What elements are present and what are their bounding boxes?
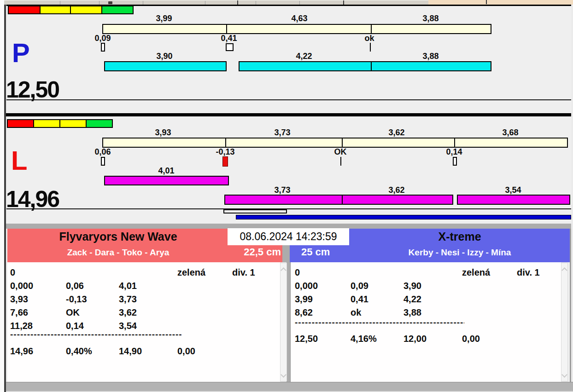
light-yellow: [59, 120, 86, 127]
scroll-up-icon[interactable]: [281, 267, 286, 273]
toolbar-separator: [99, 1, 99, 5]
split-time-label: 3,73: [274, 128, 290, 137]
split-divider: [226, 24, 227, 34]
faults-value: 0: [10, 268, 15, 277]
dog-bar-l: [104, 176, 229, 185]
split-time-label: 3,93: [155, 128, 171, 137]
time-cell: 4,22: [403, 294, 421, 304]
team-left-name: Flyvaryors New Wave: [7, 230, 229, 243]
split-bar-p: [102, 24, 491, 34]
split-divider: [225, 138, 226, 148]
progress-outline-box: [223, 209, 287, 213]
dropdown-arrow-icon[interactable]: [108, 1, 112, 4]
split-divider: [342, 195, 343, 205]
dog-time-label: 3,54: [505, 186, 521, 194]
division-value: div. 1: [232, 268, 255, 277]
light-yellow: [33, 120, 59, 127]
offset-cell: 0,09: [351, 281, 368, 290]
cross-offset-label: ok: [364, 34, 374, 42]
split-bar-l: [102, 138, 568, 148]
scroll-down-icon[interactable]: [561, 372, 567, 378]
split-divider: [342, 138, 343, 148]
offset-cell: -0,13: [66, 294, 87, 304]
start-lights-p: [8, 6, 134, 14]
dog-time-label: 4,22: [296, 52, 312, 60]
total-net-cell: 12,00: [403, 334, 427, 343]
dog-bar-p: [239, 61, 491, 71]
card-value: zelená: [177, 268, 205, 277]
cross-offset-label: -0,13: [216, 148, 234, 156]
background-window-area: [428, 0, 573, 5]
cross-marker: [226, 43, 234, 51]
light-yellow: [70, 6, 101, 13]
start-lights-l: [7, 119, 113, 128]
team-right-dogs: Kerby - Nesi - Izzy - Mína: [349, 248, 570, 258]
toolbar-separator: [256, 1, 256, 5]
time-cell: 4,01: [119, 281, 137, 290]
split-cell: 11,28: [10, 321, 33, 330]
lane-p-letter: P: [12, 40, 30, 66]
toolbar-tick: [237, 0, 238, 5]
split-divider: [371, 61, 372, 71]
team-right-jump-height: 25 cm: [301, 246, 330, 258]
toolbar-separator: [60, 1, 60, 5]
dog-time-label: 4,01: [158, 167, 174, 175]
split-time-label: 3,88: [422, 14, 439, 23]
lane-l-letter: L: [11, 147, 27, 174]
split-cell: 3,93: [10, 294, 28, 304]
total-pct-cell: 0,40%: [66, 346, 92, 356]
offset-cell: ok: [351, 308, 361, 317]
scroll-up-icon[interactable]: [561, 267, 567, 273]
faults-value: 0: [295, 268, 300, 277]
toolbar-separator: [299, 1, 300, 5]
left-panel-scrollbar[interactable]: [280, 263, 287, 381]
cross-offset-label: 0,09: [94, 34, 111, 42]
split-time-label: 3,68: [502, 128, 518, 137]
total-net-cell: 14,90: [119, 346, 142, 356]
cross-marker: [453, 157, 457, 166]
cross-offset-label: 0,14: [446, 148, 462, 156]
total-pct-cell: 4,16%: [351, 334, 377, 343]
cross-offset-label: 0,06: [94, 148, 111, 156]
cross-offset-label: 0,41: [221, 34, 237, 42]
total-penalty-cell: 0,00: [177, 346, 195, 356]
toolbar-tick: [486, 0, 487, 4]
split-cell: 7,66: [10, 308, 28, 317]
dog-time-label: 3,73: [274, 186, 290, 194]
lane-p-total-time: 12,50: [6, 78, 59, 101]
right-panel-scrollbar[interactable]: [561, 263, 568, 381]
toolbar-separator: [143, 1, 143, 5]
lane-l-total-time: 14,96: [6, 188, 59, 211]
split-cell: 3,99: [295, 294, 313, 304]
time-cell: 3,90: [403, 281, 421, 290]
split-time-label: 3,62: [388, 128, 404, 137]
left-gutter: [0, 0, 4, 392]
dog-bar-p: [104, 61, 227, 71]
cross-marker: [340, 157, 341, 166]
offset-cell: OK: [66, 308, 80, 317]
dog-time-label: 3,62: [388, 186, 404, 194]
cross-marker: [101, 157, 105, 166]
scroll-down-icon[interactable]: [281, 372, 286, 378]
toolbar-separator: [205, 1, 205, 5]
right-gutter: [571, 5, 573, 392]
light-green: [86, 120, 112, 127]
light-yellow: [40, 6, 70, 13]
progress-bar: [236, 215, 571, 219]
dog-bar-l: [457, 195, 570, 205]
dog-time-label: 3,90: [156, 52, 172, 60]
offset-cell: 0,41: [351, 294, 368, 304]
team-right-name: X-treme: [349, 230, 570, 243]
light-red: [9, 6, 40, 13]
team-left-result-panel: [7, 262, 280, 382]
split-cell: 0,000: [10, 281, 33, 290]
total-time-cell: 12,50: [295, 334, 318, 343]
time-cell: 3,62: [119, 308, 137, 317]
division-value: div. 1: [517, 268, 540, 277]
lane-divider: [6, 113, 571, 116]
early-cross-marker: [222, 156, 228, 167]
cross-marker: [370, 43, 371, 52]
panel-divider: [286, 262, 291, 382]
time-cell: 3,88: [403, 308, 421, 317]
time-cell: 3,54: [119, 321, 137, 330]
